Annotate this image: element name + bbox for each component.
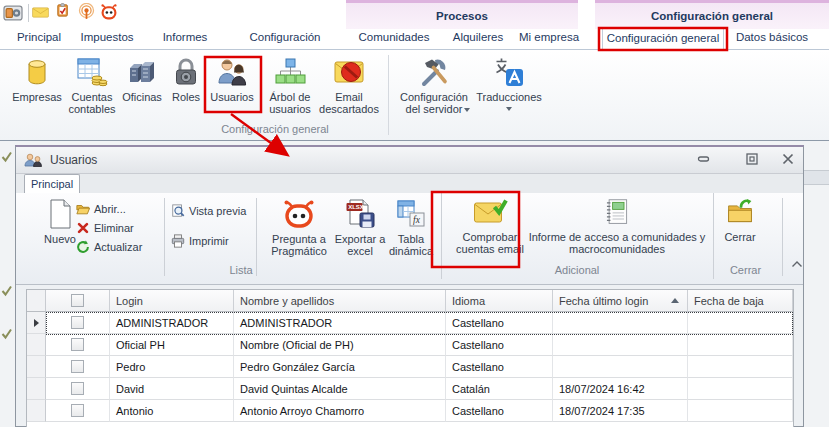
cell-ultimo-login[interactable] (553, 356, 688, 378)
cell-login[interactable]: Oficial PH (110, 334, 234, 356)
tasks-icon[interactable] (56, 3, 70, 19)
email-descartados-label: Email descartados (318, 91, 380, 115)
cell-ultimo-login[interactable] (553, 312, 688, 334)
abrir-button[interactable]: Abrir... (76, 201, 126, 217)
robot-icon (283, 198, 315, 230)
padlock-icon (170, 56, 202, 88)
collapse-ribbon-button[interactable] (790, 259, 804, 271)
tab-mi-empresa[interactable]: Mi empresa (518, 27, 580, 48)
window-title: Usuarios (50, 153, 97, 167)
traducciones-button[interactable]: Traducciones (474, 56, 544, 111)
column-header-fecha-baja[interactable]: Fecha de baja (688, 290, 793, 312)
close-window-button[interactable] (780, 152, 796, 166)
cell-fecha-baja[interactable] (688, 378, 793, 400)
informe-acceso-button[interactable]: Informe de acceso a comunidades y macroc… (528, 198, 706, 255)
tab-configuracion-personal[interactable]: Configuración personal (226, 27, 344, 48)
tabla-label: Tabla dinámica (387, 234, 435, 257)
select-all-checkbox[interactable] (71, 294, 84, 307)
cell-fecha-baja[interactable] (688, 400, 793, 422)
pregunta-pragmatico-button[interactable]: Pregunta a Pragmático (266, 198, 332, 257)
cell-idioma[interactable]: Castellano (446, 334, 553, 356)
row-checkbox[interactable] (71, 338, 84, 351)
column-header-login[interactable]: Login (110, 290, 234, 312)
cell-nombre[interactable]: Antonio Arroyo Chamorro (234, 400, 446, 422)
row-checkbox-cell[interactable] (46, 334, 110, 356)
usuarios-label: Usuarios (210, 91, 253, 103)
actualizar-label: Actualizar (94, 241, 142, 253)
tab-informes[interactable]: Informes (155, 27, 215, 48)
row-checkbox[interactable] (71, 316, 84, 329)
eliminar-button[interactable]: Eliminar (76, 220, 134, 236)
minimize-button[interactable] (696, 152, 712, 166)
row-indicator (27, 334, 46, 356)
preview-icon (171, 204, 185, 218)
comprobar-cuentas-email-button[interactable]: Comprobar cuentas email (450, 198, 530, 255)
row-checkbox-cell[interactable] (46, 312, 110, 334)
column-header-nombre[interactable]: Nombre y apellidos (234, 290, 446, 312)
cell-fecha-baja[interactable] (688, 334, 793, 356)
cerrar-button[interactable]: Cerrar (718, 198, 762, 244)
row-checkbox-cell[interactable] (46, 356, 110, 378)
mail-icon[interactable] (32, 5, 49, 22)
cell-login[interactable]: ADMINISTRADOR (110, 312, 234, 334)
configuracion-servidor-button[interactable]: Configuración del servidor (394, 56, 474, 115)
cell-nombre[interactable]: Pedro González García (234, 356, 446, 378)
cell-login[interactable]: David (110, 378, 234, 400)
exportar-excel-button[interactable]: Exportar a excel (334, 198, 386, 257)
cell-idioma[interactable]: Catalán (446, 378, 553, 400)
chevron-up-icon (790, 259, 804, 269)
cell-ultimo-login[interactable] (553, 334, 688, 356)
empresas-button[interactable]: Empresas (10, 56, 64, 103)
tab-impuestos[interactable]: Impuestos (74, 27, 140, 48)
cell-login[interactable]: Pedro (110, 356, 234, 378)
sort-ascending-icon (671, 298, 679, 303)
row-checkbox-cell[interactable] (46, 378, 110, 400)
tab-principal[interactable]: Principal (14, 27, 64, 48)
header-checkbox-cell[interactable] (46, 290, 110, 312)
open-folder-icon (76, 202, 90, 216)
row-checkbox-cell[interactable] (46, 400, 110, 422)
cell-fecha-baja[interactable] (688, 312, 793, 334)
tab-datos-basicos[interactable]: Datos básicos (734, 27, 810, 48)
tab-alquileres[interactable]: Alquileres (448, 27, 508, 48)
empresas-label: Empresas (12, 91, 62, 103)
row-checkbox[interactable] (71, 404, 84, 417)
window-tab-principal[interactable]: Principal (24, 174, 80, 194)
restore-button[interactable] (744, 152, 760, 166)
cell-nombre[interactable]: Nombre (Oficial de PH) (234, 334, 446, 356)
cell-login[interactable]: Antonio (110, 400, 234, 422)
cell-nombre[interactable]: David Quintas Alcalde (234, 378, 446, 400)
abrir-label: Abrir... (94, 203, 126, 215)
row-checkbox[interactable] (71, 360, 84, 373)
usuarios-button[interactable]: Usuarios (206, 56, 258, 103)
vista-previa-button[interactable]: Vista previa (171, 203, 246, 219)
arbol-usuarios-button[interactable]: Árbol de usuarios (262, 56, 318, 115)
broadcast-icon[interactable] (78, 3, 95, 22)
cell-idioma[interactable]: Castellano (446, 400, 553, 422)
contextual-group-config-label: Configuración general (651, 10, 773, 22)
app-icon[interactable] (2, 3, 24, 25)
cell-ultimo-login[interactable]: 18/07/2024 17:35 (553, 400, 688, 422)
column-header-idioma[interactable]: Idioma (446, 290, 553, 312)
tab-comunidades[interactable]: Comunidades (358, 27, 430, 48)
imprimir-button[interactable]: Imprimir (171, 233, 229, 249)
pragmatico-icon[interactable] (100, 3, 118, 22)
cuentas-contables-button[interactable]: Cuentas contables (66, 56, 118, 115)
cell-idioma[interactable]: Castellano (446, 312, 553, 334)
dropdown-arrow-icon (464, 108, 470, 112)
oficinas-button[interactable]: Oficinas (118, 56, 166, 103)
email-descartados-button[interactable]: Email descartados (318, 56, 380, 115)
window-titlebar[interactable]: Usuarios (16, 147, 803, 174)
cell-fecha-baja[interactable] (688, 356, 793, 378)
cell-ultimo-login[interactable]: 18/07/2024 16:42 (553, 378, 688, 400)
column-header-fecha-ultimo-login[interactable]: Fecha último login (553, 290, 688, 312)
row-checkbox[interactable] (71, 382, 84, 395)
actualizar-button[interactable]: Actualizar (76, 239, 142, 255)
cell-nombre[interactable]: ADMINISTRADOR (234, 312, 446, 334)
tabla-dinamica-button[interactable]: Tabla dinámica (387, 198, 435, 257)
cell-idioma[interactable]: Castellano (446, 356, 553, 378)
dropdown-arrow-icon (506, 107, 512, 111)
tab-configuracion-general[interactable]: Configuración general (602, 27, 724, 49)
roles-button[interactable]: Roles (166, 56, 206, 103)
group-label-lista: Lista (41, 264, 441, 276)
